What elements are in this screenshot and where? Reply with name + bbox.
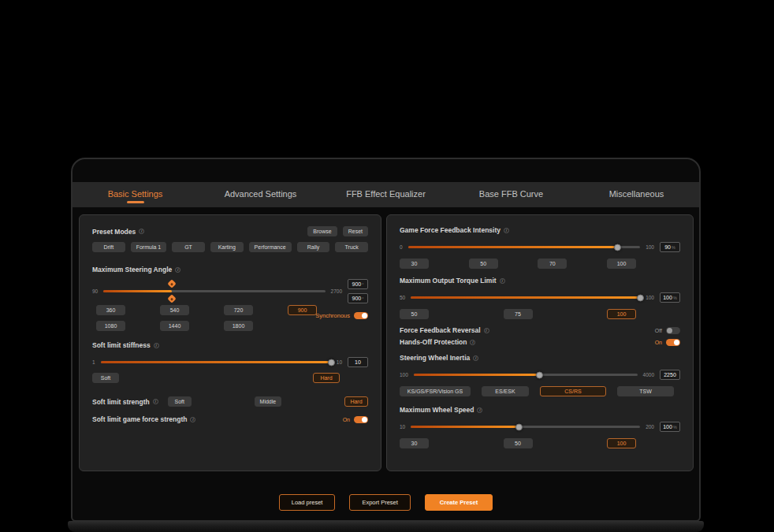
- max-output-torque-label-text: Maximum Output Torque Limit: [400, 277, 497, 285]
- preset-buttons-row: Drift Formula 1 GT Karting Performance R…: [92, 242, 368, 252]
- intensity-slider[interactable]: [408, 246, 641, 248]
- stiffness-hard-button[interactable]: Hard: [313, 373, 340, 383]
- reset-button[interactable]: Reset: [343, 226, 368, 236]
- wheel-speed-50-button[interactable]: 50: [504, 438, 533, 448]
- tab-ffb-effect-equalizer[interactable]: FFB Effect Equalizer: [323, 184, 448, 205]
- inertia-ks-gs-fsr-visiongs-button[interactable]: KS/GS/FSR/Vision GS: [400, 386, 471, 396]
- soft-limit-strength-label-text: Soft limit strength: [92, 398, 150, 406]
- intensity-value: 90: [664, 244, 671, 250]
- strength-hard-button[interactable]: Hard: [344, 396, 368, 407]
- preset-drift-button[interactable]: Drift: [92, 242, 125, 252]
- stiffness-slider[interactable]: [101, 361, 331, 363]
- preset-karting-button[interactable]: Karting: [210, 242, 244, 252]
- game-ffb-intensity-label-text: Game Force Feedback Intensity: [400, 226, 500, 234]
- wheel-speed-value: 100: [663, 424, 672, 430]
- inertia-value: 2250: [664, 372, 676, 378]
- inertia-slider-handle[interactable]: [536, 371, 543, 378]
- info-icon[interactable]: [190, 417, 195, 422]
- preset-performance-button[interactable]: Performance: [249, 242, 292, 252]
- synchronous-toggle[interactable]: [354, 312, 368, 319]
- preset-truck-button[interactable]: Truck: [335, 242, 368, 252]
- torque-min: 50: [400, 295, 405, 300]
- info-icon[interactable]: [500, 278, 505, 284]
- info-icon[interactable]: [477, 407, 482, 413]
- preset-formula1-button[interactable]: Formula 1: [131, 242, 167, 252]
- tab-miscellaneous[interactable]: Miscellaneous: [574, 184, 699, 205]
- intensity-30-button[interactable]: 30: [400, 259, 429, 269]
- stiffness-min: 1: [92, 359, 95, 365]
- torque-value-input[interactable]: 100 %: [660, 292, 680, 303]
- torque-slider-handle[interactable]: [637, 294, 644, 301]
- stiffness-value-input[interactable]: 10: [348, 357, 368, 367]
- inertia-cs-rs-button[interactable]: CS/RS: [540, 386, 606, 396]
- info-icon[interactable]: [473, 355, 478, 361]
- strength-middle-button[interactable]: Middle: [255, 396, 282, 407]
- intensity-value-input[interactable]: 90 %: [660, 242, 680, 252]
- stiffness-soft-button[interactable]: Soft: [92, 373, 119, 383]
- steering-angle-slider[interactable]: [103, 290, 325, 292]
- wheel-speed-slider-handle[interactable]: [515, 423, 523, 430]
- tab-advanced-settings[interactable]: Advanced Settings: [198, 184, 323, 205]
- hands-off-toggle[interactable]: [666, 339, 680, 346]
- steering-angle-value-input-2[interactable]: 900 °: [348, 293, 368, 303]
- inertia-tsw-button[interactable]: TSW: [617, 386, 674, 396]
- torque-100-button[interactable]: 100: [607, 309, 636, 319]
- info-icon[interactable]: [484, 328, 489, 333]
- game-force-toggle[interactable]: [354, 416, 368, 423]
- degree-unit: °: [362, 282, 363, 287]
- export-preset-button[interactable]: Export Preset: [349, 494, 410, 511]
- hands-off-protection-label: Hands-Off Protection: [400, 338, 475, 346]
- inertia-es-esk-button[interactable]: ES/ESK: [482, 386, 529, 396]
- inertia-slider[interactable]: [414, 374, 638, 376]
- wheel-inertia-label-text: Steering Wheel Inertia: [400, 354, 470, 362]
- create-preset-button[interactable]: Create Preset: [425, 494, 493, 511]
- angle-360-button[interactable]: 360: [96, 305, 125, 315]
- preset-rally-button[interactable]: Rally: [297, 242, 330, 252]
- angle-1080-button[interactable]: 1080: [96, 321, 125, 331]
- load-preset-button[interactable]: Load preset: [279, 494, 336, 511]
- strength-soft-button[interactable]: Soft: [168, 396, 192, 407]
- tab-base-ffb-curve[interactable]: Base FFB Curve: [448, 184, 574, 205]
- app-window: Basic Settings Advanced Settings FFB Eff…: [71, 158, 701, 522]
- inertia-max: 4000: [643, 372, 654, 378]
- steering-angle-handle-bottom[interactable]: [168, 294, 177, 303]
- preset-gt-button[interactable]: GT: [172, 242, 205, 252]
- stiffness-max: 10: [337, 359, 342, 365]
- intensity-50-button[interactable]: 50: [469, 259, 498, 269]
- tab-basic-settings[interactable]: Basic Settings: [73, 184, 198, 205]
- info-icon[interactable]: [175, 267, 180, 273]
- intensity-100-button[interactable]: 100: [607, 259, 636, 269]
- ffb-reversal-toggle[interactable]: [666, 327, 680, 334]
- angle-1440-button[interactable]: 1440: [160, 321, 189, 331]
- info-icon[interactable]: [139, 229, 144, 234]
- wheel-inertia-label: Steering Wheel Inertia: [400, 354, 680, 362]
- intensity-70-button[interactable]: 70: [538, 259, 567, 269]
- stiffness-slider-handle[interactable]: [328, 359, 335, 366]
- game-ffb-intensity-label: Game Force Feedback Intensity: [400, 226, 680, 234]
- wheel-speed-100-button[interactable]: 100: [607, 438, 636, 448]
- torque-50-button[interactable]: 50: [400, 309, 429, 319]
- torque-75-button[interactable]: 75: [504, 309, 533, 319]
- info-icon[interactable]: [504, 228, 509, 233]
- wheel-speed-value-input[interactable]: 100 %: [660, 422, 680, 432]
- degree-unit: °: [362, 296, 363, 301]
- steering-angle-value-input-1[interactable]: 900 °: [348, 279, 368, 289]
- browse-button[interactable]: Browse: [307, 226, 337, 236]
- intensity-slider-handle[interactable]: [614, 244, 621, 251]
- info-icon[interactable]: [470, 340, 475, 345]
- angle-900-button[interactable]: 900: [288, 305, 317, 315]
- steering-angle-handle-top[interactable]: [168, 279, 177, 288]
- max-steering-angle-label-text: Maximum Steering Angle: [92, 266, 172, 273]
- angle-720-button[interactable]: 720: [224, 305, 253, 315]
- angle-540-button[interactable]: 540: [160, 305, 189, 315]
- torque-slider[interactable]: [411, 296, 640, 299]
- wheel-speed-slider[interactable]: [411, 426, 640, 428]
- angle-1800-button[interactable]: 1800: [224, 321, 253, 331]
- soft-limit-game-force-label: Soft limit game force strength: [92, 415, 195, 423]
- info-icon[interactable]: [153, 399, 158, 404]
- steering-angle-presets: 360 540 720 900 1080 1440 1800 Synchrono…: [96, 305, 368, 331]
- wheel-speed-30-button[interactable]: 30: [400, 438, 429, 448]
- torque-max: 100: [646, 295, 654, 300]
- inertia-value-input[interactable]: 2250: [660, 370, 680, 380]
- info-icon[interactable]: [154, 343, 159, 348]
